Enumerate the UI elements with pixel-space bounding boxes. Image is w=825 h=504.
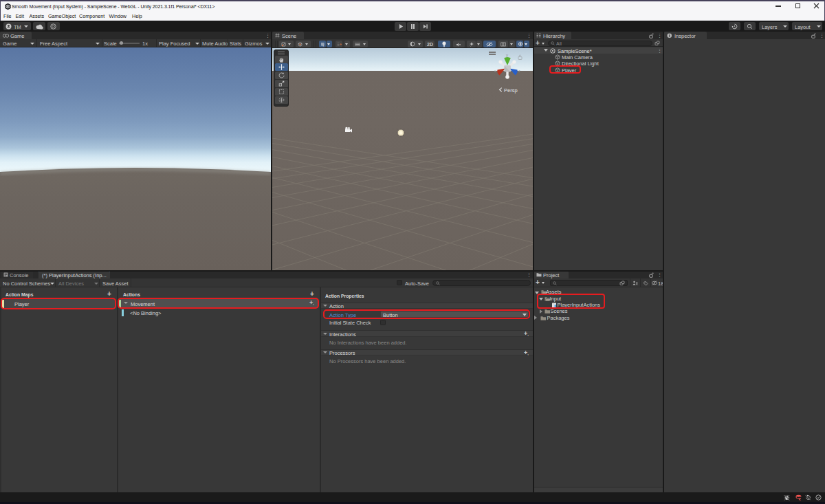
svg-text:y: y [506,54,508,57]
svg-text:z: z [518,69,520,73]
svg-text:x: x [494,69,496,73]
